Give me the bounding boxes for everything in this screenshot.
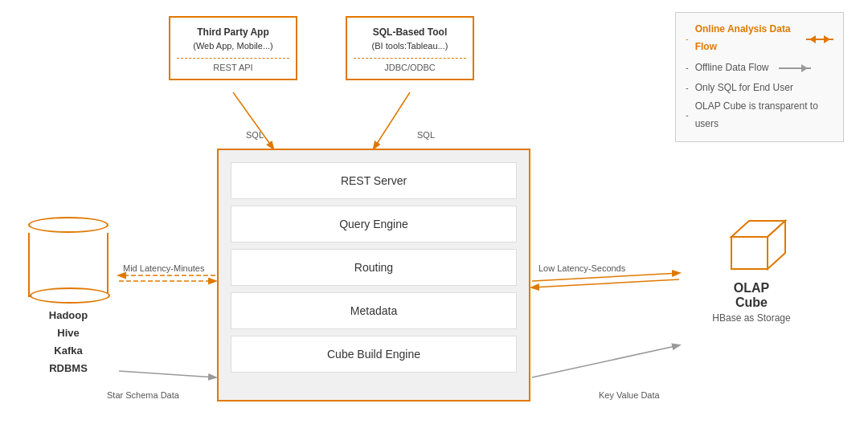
rest-api-label: REST API [177, 58, 289, 72]
sql-tool-title: SQL-Based Tool (BI tools:Tableau...) [354, 26, 466, 53]
low-latency-label: Low Latency-Seconds [538, 263, 625, 273]
hadoop-cylinder [28, 217, 108, 297]
star-schema-label: Star Schema Data [107, 390, 179, 400]
svg-line-9 [119, 371, 215, 377]
legend-offline-label: Offline Data Flow [695, 59, 769, 77]
svg-marker-0 [731, 237, 768, 269]
svg-line-10 [532, 345, 679, 377]
hadoop-box: Hadoop Hive Kafka RDBMS [20, 217, 117, 377]
cylinder-top [28, 217, 108, 233]
olap-cube-svg [715, 205, 788, 277]
olap-title: OLAP Cube [699, 281, 804, 310]
cylinder-bottom [30, 287, 110, 304]
mid-latency-label: Mid Latency-Minutes [123, 263, 205, 273]
hadoop-labels: Hadoop Hive Kafka RDBMS [20, 307, 117, 377]
legend-sql-only: Only SQL for End User [695, 79, 793, 97]
svg-line-7 [532, 273, 679, 281]
key-value-label: Key Value Data [599, 390, 660, 400]
hbase-storage-label: HBase as Storage [699, 312, 804, 324]
cylinder-body [28, 233, 108, 297]
third-party-title: Third Party App (Web App, Mobile...) [177, 26, 289, 53]
diagram: - Online Analysis Data Flow - Offline Da… [0, 0, 868, 428]
cube-build-engine-row: Cube Build Engine [231, 336, 517, 373]
third-party-box: Third Party App (Web App, Mobile...) RES… [169, 16, 297, 80]
svg-line-4 [374, 92, 410, 149]
legend-online-title: Online Analysis Data Flow [695, 21, 797, 55]
legend-box: - Online Analysis Data Flow - Offline Da… [675, 12, 844, 142]
main-engine-box: REST Server Query Engine Routing Metadat… [217, 149, 530, 402]
sql-tool-box: SQL-Based Tool (BI tools:Tableau...) JDB… [346, 16, 474, 80]
rest-server-row: REST Server [231, 162, 517, 199]
routing-row: Routing [231, 249, 517, 286]
sql1-label: SQL [246, 130, 264, 140]
svg-line-8 [532, 279, 679, 287]
legend-olap-transparent: OLAP Cube is transparent to users [695, 98, 833, 132]
metadata-row: Metadata [231, 292, 517, 329]
olap-cube-box: OLAP Cube HBase as Storage [699, 205, 804, 324]
jdbc-odbc-label: JDBC/ODBC [354, 58, 466, 72]
svg-line-3 [233, 92, 273, 149]
sql2-label: SQL [417, 130, 435, 140]
query-engine-row: Query Engine [231, 206, 517, 243]
